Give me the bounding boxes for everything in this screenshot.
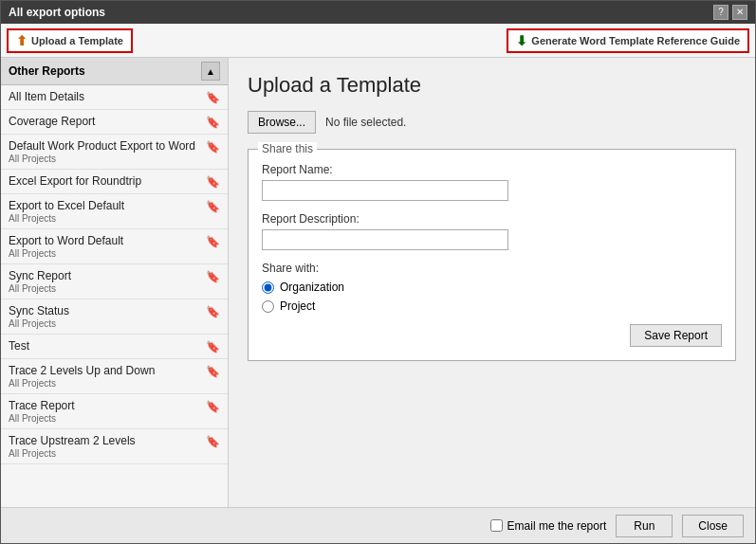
report-description-label: Report Description:: [262, 212, 722, 226]
list-item-text: Trace ReportAll Projects: [9, 399, 202, 424]
help-button[interactable]: ?: [713, 5, 728, 20]
list-item-text: Test: [9, 339, 202, 353]
bookmark-icon[interactable]: 🔖: [206, 116, 220, 129]
list-item-subtitle: All Projects: [9, 318, 202, 329]
save-btn-row: Save Report: [262, 324, 722, 347]
share-box: Share this Report Name: Report Descripti…: [248, 149, 736, 361]
radio-organization-label: Organization: [280, 281, 344, 294]
sidebar: Other Reports ▲ All Item Details🔖Coverag…: [1, 58, 229, 507]
bookmark-icon[interactable]: 🔖: [206, 200, 220, 213]
main-content: Other Reports ▲ All Item Details🔖Coverag…: [1, 58, 755, 507]
radio-organization[interactable]: Organization: [262, 281, 722, 294]
list-item-subtitle: All Projects: [9, 413, 202, 424]
list-item-text: Sync StatusAll Projects: [9, 304, 202, 329]
list-item[interactable]: Trace Upstream 2 LevelsAll Projects🔖: [1, 429, 228, 464]
email-checkbox[interactable]: [490, 519, 503, 532]
generate-btn-label: Generate Word Template Reference Guide: [531, 35, 740, 46]
bookmark-icon[interactable]: 🔖: [206, 270, 220, 283]
sidebar-header-label: Other Reports: [9, 64, 85, 78]
close-title-button[interactable]: ✕: [732, 5, 747, 20]
download-icon: ⬇: [516, 33, 527, 48]
list-item-title: Excel Export for Roundtrip: [9, 174, 202, 188]
list-item-title: Sync Status: [9, 304, 202, 317]
list-item-text: Coverage Report: [9, 115, 202, 128]
bookmark-icon[interactable]: 🔖: [206, 305, 220, 318]
list-item-title: All Item Details: [9, 90, 202, 103]
sidebar-scroll-up-button[interactable]: ▲: [201, 62, 220, 81]
browse-row: Browse... No file selected.: [248, 111, 736, 134]
list-item[interactable]: Default Work Product Export to WordAll P…: [1, 135, 228, 170]
title-bar-controls: ? ✕: [713, 5, 747, 20]
list-item-subtitle: All Projects: [9, 448, 202, 459]
report-name-group: Report Name:: [262, 163, 722, 201]
list-item-subtitle: All Projects: [9, 248, 202, 259]
share-legend: Share this: [258, 142, 317, 155]
list-item-title: Export to Word Default: [9, 234, 202, 247]
radio-organization-input[interactable]: [262, 281, 274, 294]
list-item-title: Test: [9, 339, 202, 353]
bookmark-icon[interactable]: 🔖: [206, 235, 220, 248]
email-checkbox-row: Email me the report: [490, 519, 607, 533]
radio-project-label: Project: [280, 299, 315, 313]
sidebar-header: Other Reports ▲: [1, 58, 228, 85]
radio-group: Organization Project: [262, 281, 722, 313]
radio-project[interactable]: Project: [262, 299, 722, 313]
bookmark-icon[interactable]: 🔖: [206, 435, 220, 448]
list-item-title: Coverage Report: [9, 115, 202, 128]
save-report-button[interactable]: Save Report: [630, 324, 722, 347]
browse-button[interactable]: Browse...: [248, 111, 316, 134]
list-item[interactable]: Trace 2 Levels Up and DownAll Projects🔖: [1, 359, 228, 394]
list-item-title: Trace 2 Levels Up and Down: [9, 364, 202, 377]
toolbar-right: ⬇ Generate Word Template Reference Guide: [507, 28, 749, 53]
list-item-text: All Item Details: [9, 90, 202, 103]
right-panel: Upload a Template Browse... No file sele…: [229, 58, 755, 507]
list-item-text: Trace Upstream 2 LevelsAll Projects: [9, 434, 202, 459]
list-item-subtitle: All Projects: [9, 378, 202, 389]
list-item-title: Default Work Product Export to Word: [9, 139, 202, 153]
report-description-group: Report Description:: [262, 212, 722, 250]
list-item-title: Trace Report: [9, 399, 202, 412]
list-item-text: Sync ReportAll Projects: [9, 269, 202, 294]
bookmark-icon[interactable]: 🔖: [206, 340, 220, 354]
bookmark-icon[interactable]: 🔖: [206, 91, 220, 104]
list-item[interactable]: Excel Export for Roundtrip🔖: [1, 170, 228, 194]
report-name-input[interactable]: [262, 180, 508, 201]
list-item[interactable]: Export to Excel DefaultAll Projects🔖: [1, 194, 228, 229]
upload-template-button[interactable]: ⬆ Upload a Template: [7, 28, 133, 53]
report-description-input[interactable]: [262, 229, 508, 250]
upload-btn-label: Upload a Template: [31, 35, 123, 46]
close-button[interactable]: Close: [682, 515, 744, 537]
bookmark-icon[interactable]: 🔖: [206, 175, 220, 189]
toolbar-left: ⬆ Upload a Template: [7, 28, 133, 53]
radio-project-input[interactable]: [262, 300, 274, 313]
email-label: Email me the report: [507, 519, 607, 533]
sidebar-list: All Item Details🔖Coverage Report🔖Default…: [1, 85, 228, 507]
list-item[interactable]: Sync ReportAll Projects🔖: [1, 264, 228, 299]
list-item[interactable]: Sync StatusAll Projects🔖: [1, 299, 228, 335]
list-item-title: Export to Excel Default: [9, 199, 202, 212]
list-item[interactable]: Export to Word DefaultAll Projects🔖: [1, 229, 228, 264]
list-item-text: Default Work Product Export to WordAll P…: [9, 139, 202, 164]
list-item-title: Trace Upstream 2 Levels: [9, 434, 202, 447]
share-with-label: Share with:: [262, 262, 722, 275]
run-button[interactable]: Run: [616, 515, 673, 537]
no-file-text: No file selected.: [325, 116, 406, 129]
list-item[interactable]: Coverage Report🔖: [1, 110, 228, 135]
list-item[interactable]: All Item Details🔖: [1, 85, 228, 110]
footer: Email me the report Run Close: [1, 507, 755, 543]
list-item-text: Export to Word DefaultAll Projects: [9, 234, 202, 259]
list-item-subtitle: All Projects: [9, 283, 202, 294]
list-item-text: Export to Excel DefaultAll Projects: [9, 199, 202, 224]
dialog-title: All export options: [9, 6, 105, 19]
list-item-title: Sync Report: [9, 269, 202, 282]
bookmark-icon[interactable]: 🔖: [206, 365, 220, 378]
bookmark-icon[interactable]: 🔖: [206, 400, 220, 413]
list-item-text: Excel Export for Roundtrip: [9, 174, 202, 188]
upload-icon: ⬆: [16, 33, 28, 48]
list-item[interactable]: Trace ReportAll Projects🔖: [1, 394, 228, 429]
bookmark-icon[interactable]: 🔖: [206, 140, 220, 154]
generate-template-button[interactable]: ⬇ Generate Word Template Reference Guide: [507, 28, 749, 53]
title-bar: All export options ? ✕: [1, 1, 755, 24]
list-item[interactable]: Test🔖: [1, 335, 228, 359]
toolbar: ⬆ Upload a Template ⬇ Generate Word Temp…: [1, 24, 755, 58]
